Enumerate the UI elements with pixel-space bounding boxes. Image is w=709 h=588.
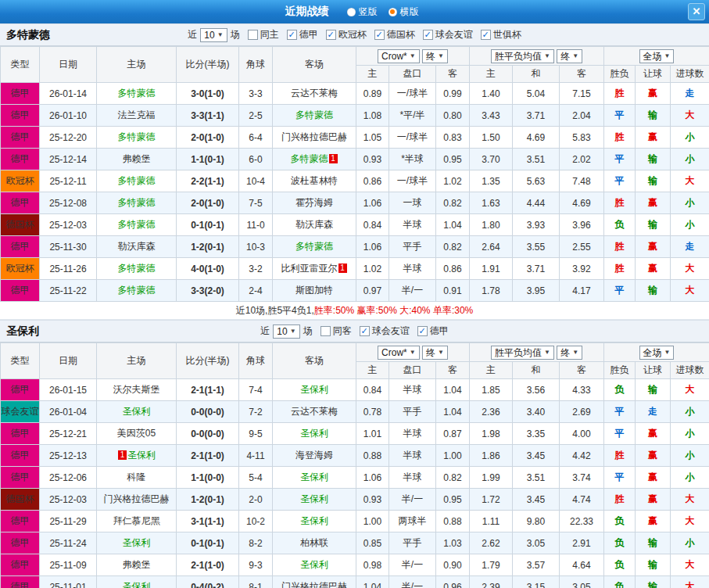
dropdown-arrow-icon: ▼ — [438, 51, 444, 62]
team-label: 科隆 — [127, 471, 146, 482]
europe-home-odds: 2.62 — [470, 532, 513, 554]
column-header: 客场 — [273, 47, 356, 83]
europe-draw-odds: 9.80 — [513, 511, 560, 532]
away-team: 圣保利 — [273, 511, 356, 532]
competition-filter-checkbox[interactable]: 同客 — [320, 324, 352, 338]
competition-filter-checkbox[interactable]: ✓球会友谊 — [360, 324, 410, 338]
odds-group-header: 胜平负均值 ▼ 终 ▼ — [470, 47, 604, 66]
match-row: 德甲25-12-131圣保利2-1(1-0)4-11海登海姆0.88半球1.00… — [1, 445, 709, 467]
competition-filter-checkbox[interactable]: ✓世俱杯 — [481, 28, 521, 41]
team-label: 波杜基林特 — [291, 175, 338, 186]
match-type-badge: 德甲 — [1, 127, 40, 149]
scope-select[interactable]: 全场 ▼ — [639, 49, 675, 63]
result-handicap: 输 — [636, 576, 671, 588]
match-score: 2-1(1-1) — [177, 379, 239, 401]
column-header: 角球 — [239, 47, 273, 83]
result-outcome: 平 — [604, 170, 636, 192]
europe-away-odds: 4.64 — [560, 554, 604, 576]
europe-away-odds: 3.05 — [560, 576, 604, 588]
match-score: 0-4(0-2) — [177, 576, 239, 588]
team-label: 圣保利 — [127, 450, 156, 461]
away-team: 勒沃库森 — [273, 214, 356, 236]
team-label: 多特蒙德 — [118, 131, 156, 142]
asian-away-odds: 0.86 — [436, 258, 470, 280]
asian-stage-select[interactable]: 终 ▼ — [422, 49, 448, 63]
competition-filter-checkbox[interactable]: ✓球会友谊 — [423, 28, 473, 41]
europe-stage-select[interactable]: 终 ▼ — [557, 49, 582, 63]
layout-radio-horizontal[interactable]: 横版 — [389, 5, 419, 19]
away-team: 比利亚雷亚尔1 — [273, 258, 356, 280]
result-goals: 大 — [671, 511, 709, 532]
match-type-badge: 德甲 — [1, 511, 40, 532]
asian-home-odds: 0.88 — [356, 445, 389, 467]
asian-home-odds: 0.84 — [356, 379, 389, 401]
europe-stage-select[interactable]: 终 ▼ — [557, 346, 582, 360]
away-team: 圣保利 — [273, 379, 356, 401]
match-date: 26-01-14 — [40, 83, 97, 105]
asian-away-odds: 0.95 — [436, 489, 470, 511]
result-goals: 小 — [671, 532, 709, 554]
checkbox-label: 德甲 — [299, 28, 318, 41]
match-row: 德甲25-11-29拜仁慕尼黑3-1(1-1)10-2圣保利1.00两球半0.8… — [1, 511, 709, 532]
handicap: 半球 — [389, 445, 436, 467]
corner-score: 8-2 — [239, 532, 273, 554]
match-score: 2-1(1-0) — [177, 554, 239, 576]
sections-container: 多特蒙德近10 ▼场同主✓德甲✓欧冠杯✓德国杯✓球会友谊✓世俱杯类型日期主场比分… — [0, 23, 709, 588]
match-score: 0-1(0-1) — [177, 214, 239, 236]
result-outcome: 平 — [604, 423, 636, 445]
match-score: 3-3(1-1) — [177, 105, 239, 127]
bookmaker-select[interactable]: Crow* ▼ — [378, 346, 420, 360]
away-team: 海登海姆 — [273, 445, 356, 467]
match-score: 3-0(1-0) — [177, 83, 239, 105]
match-score: 1-1(0-1) — [177, 149, 239, 170]
corner-score: 6-0 — [239, 149, 273, 170]
match-row: 德国杯25-12-03门兴格拉德巴赫1-2(0-1)2-0圣保利0.93半/一0… — [1, 489, 709, 511]
europe-draw-odds: 3.56 — [513, 379, 560, 401]
result-goals: 走 — [671, 236, 709, 258]
radio-icon — [389, 8, 397, 16]
asian-home-odds: 1.08 — [356, 105, 389, 127]
europe-away-odds: 3.96 — [560, 214, 604, 236]
europe-home-odds: 1.35 — [470, 170, 513, 192]
match-date: 25-11-01 — [40, 576, 97, 588]
match-date: 25-12-08 — [40, 192, 97, 214]
corner-score: 3-3 — [239, 83, 273, 105]
europe-odds-select[interactable]: 胜平负均值 ▼ — [491, 49, 554, 63]
layout-radio-vertical[interactable]: 竖版 — [347, 5, 378, 19]
sub-column-header: 主 — [470, 66, 513, 83]
competition-filter-checkbox[interactable]: ✓德甲 — [417, 324, 449, 338]
match-date: 25-11-26 — [40, 258, 97, 280]
match-type-badge: 德甲 — [1, 236, 40, 258]
result-outcome: 负 — [604, 379, 636, 401]
result-handicap: 赢 — [636, 445, 671, 467]
bookmaker-select[interactable]: Crow* ▼ — [378, 49, 420, 63]
close-button[interactable]: ✕ — [688, 3, 705, 20]
europe-away-odds: 2.91 — [560, 532, 604, 554]
europe-draw-odds: 3.40 — [513, 401, 560, 423]
asian-home-odds: 0.85 — [356, 532, 389, 554]
europe-home-odds: 1.50 — [470, 127, 513, 149]
filter-unit-label: 场 — [231, 28, 240, 41]
match-count-select[interactable]: 10 ▼ — [200, 28, 227, 42]
corner-score: 8-1 — [239, 576, 273, 588]
scope-select[interactable]: 全场 ▼ — [639, 346, 675, 360]
asian-stage-select[interactable]: 终 ▼ — [422, 346, 448, 360]
team-label: 柏林联 — [300, 537, 328, 548]
competition-filter-checkbox[interactable]: ✓德国杯 — [374, 28, 415, 41]
competition-filter-checkbox[interactable]: ✓德甲 — [287, 28, 318, 41]
competition-filter-checkbox[interactable]: 同主 — [248, 28, 279, 41]
handicap: 一/球半 — [389, 170, 436, 192]
europe-away-odds: 5.83 — [560, 127, 604, 149]
checkbox-icon — [320, 326, 331, 336]
corner-score: 11-0 — [239, 214, 273, 236]
layout-toggle: 竖版横版 — [342, 5, 424, 19]
home-team: 圣保利 — [97, 576, 177, 588]
home-team: 1圣保利 — [97, 445, 177, 467]
match-date: 25-12-20 — [40, 127, 97, 149]
sub-column-header: 盘口 — [389, 362, 436, 379]
home-team: 圣保利 — [97, 401, 177, 423]
match-count-select[interactable]: 10 ▼ — [273, 324, 299, 339]
europe-odds-select[interactable]: 胜平负均值 ▼ — [491, 346, 554, 360]
match-date: 26-01-10 — [40, 105, 97, 127]
competition-filter-checkbox[interactable]: ✓欧冠杯 — [326, 28, 367, 41]
